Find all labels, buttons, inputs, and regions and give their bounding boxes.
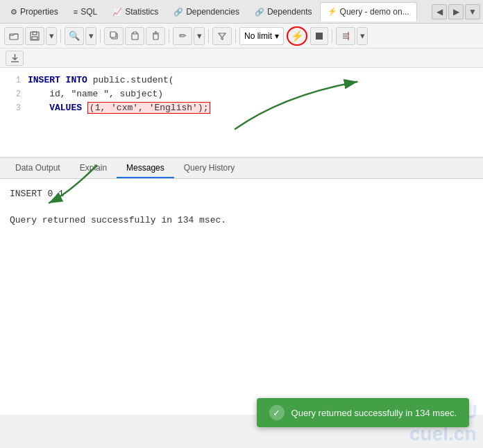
tab-menu-button[interactable]: ▼ — [465, 4, 480, 19]
code-content-2: id, "name ", subject) — [28, 87, 163, 101]
sql-icon: ≡ — [74, 8, 78, 16]
line-num-1: 1 — [0, 74, 28, 87]
sep1 — [60, 29, 61, 43]
tab-explain[interactable]: Explain — [70, 159, 117, 178]
svg-rect-7 — [133, 32, 137, 34]
copy-button[interactable] — [104, 27, 124, 45]
statistics-icon: 📈 — [112, 8, 122, 17]
tab-next-button[interactable]: ▶ — [448, 4, 464, 19]
format-button[interactable] — [336, 27, 355, 45]
stop-icon — [316, 33, 323, 40]
bottom-tab-bar: Data Output Explain Messages Query Histo… — [0, 158, 483, 179]
sep5 — [235, 29, 236, 43]
code-content-1: INSERT INTO public.student( — [28, 74, 174, 87]
tab-bar: ⚙ Properties ≡ SQL 📈 Statistics 🔗 Depend… — [0, 0, 483, 24]
line-num-3: 3 — [0, 101, 28, 115]
tab-dependencies[interactable]: 🔗 Dependencies — [166, 2, 247, 21]
stop-button[interactable] — [310, 27, 328, 45]
tab-prev-button[interactable]: ◀ — [432, 4, 447, 19]
svg-rect-5 — [110, 32, 116, 37]
sep3 — [169, 29, 169, 43]
tab-data-output[interactable]: Data Output — [6, 159, 70, 178]
line-num-2: 2 — [0, 87, 28, 101]
save-dropdown-button[interactable]: ▾ — [46, 27, 57, 45]
filter-button[interactable] — [212, 27, 232, 45]
download-bar — [0, 49, 483, 68]
sep6 — [332, 29, 332, 43]
dependents-icon: 🔗 — [255, 8, 264, 17]
edit-dropdown-button[interactable]: ▾ — [194, 27, 205, 45]
code-line-1: 1 INSERT INTO public.student( — [0, 74, 483, 87]
tab-query-history[interactable]: Query History — [174, 159, 244, 178]
code-line-2: 2 id, "name ", subject) — [0, 87, 483, 101]
messages-container: INSERT 0 1 Query returned successfully i… — [0, 179, 483, 415]
tab-statistics[interactable]: 📈 Statistics — [105, 2, 166, 21]
toolbar: ▾ 🔍 ▾ ✏ ▾ No limit ▾ ⚡ ▾ — [0, 24, 483, 49]
message-line-1: INSERT 0 1 — [10, 189, 473, 199]
code-editor[interactable]: 1 INSERT INTO public.student( 2 id, "nam… — [0, 68, 483, 158]
code-line-3: 3 VALUES (1, 'cxm', 'English'); — [0, 101, 483, 115]
sep2 — [100, 29, 101, 43]
format-dropdown-button[interactable]: ▾ — [357, 27, 368, 45]
query-icon: ⚡ — [328, 7, 337, 16]
download-button[interactable] — [6, 51, 24, 66]
tab-properties[interactable]: ⚙ Properties — [3, 2, 66, 21]
dependencies-icon: 🔗 — [173, 8, 183, 17]
delete-button[interactable] — [146, 27, 165, 45]
tab-nav-buttons: ◀ ▶ ▼ — [432, 4, 480, 19]
edit-button[interactable]: ✏ — [173, 27, 192, 45]
find-dropdown-button[interactable]: ▾ — [85, 27, 96, 45]
success-toast: ✓ Query returned successfully in 134 mse… — [257, 398, 469, 427]
limit-dropdown[interactable]: No limit ▾ — [239, 27, 284, 45]
svg-rect-8 — [153, 34, 158, 40]
code-content-3: VALUES (1, 'cxm', 'English'); — [28, 101, 210, 115]
tab-sql[interactable]: ≡ SQL — [66, 2, 105, 21]
svg-rect-2 — [33, 32, 37, 35]
find-button[interactable]: 🔍 — [65, 27, 84, 45]
toast-checkmark: ✓ — [269, 405, 285, 420]
messages-area: INSERT 0 1 Query returned successfully i… — [0, 179, 483, 415]
toast-message: Query returned successfully in 134 msec. — [291, 408, 457, 418]
tab-messages[interactable]: Messages — [117, 159, 174, 178]
lightning-icon: ⚡ — [291, 30, 304, 42]
message-line-3: Query returned successfully in 134 msec. — [10, 215, 473, 225]
limit-dropdown-icon: ▾ — [275, 31, 279, 41]
save-button[interactable] — [25, 27, 44, 45]
properties-icon: ⚙ — [10, 8, 17, 17]
paste-button[interactable] — [125, 27, 144, 45]
tab-dependents[interactable]: 🔗 Dependents — [247, 2, 320, 21]
run-button[interactable]: ⚡ — [287, 26, 307, 46]
tab-query[interactable]: ⚡ Query - demo on... — [320, 2, 417, 21]
svg-rect-3 — [32, 37, 37, 40]
message-line-2 — [10, 202, 473, 212]
highlight-block: (1, 'cxm', 'English'); — [87, 102, 211, 114]
sep4 — [208, 29, 209, 43]
open-button[interactable] — [4, 27, 24, 45]
